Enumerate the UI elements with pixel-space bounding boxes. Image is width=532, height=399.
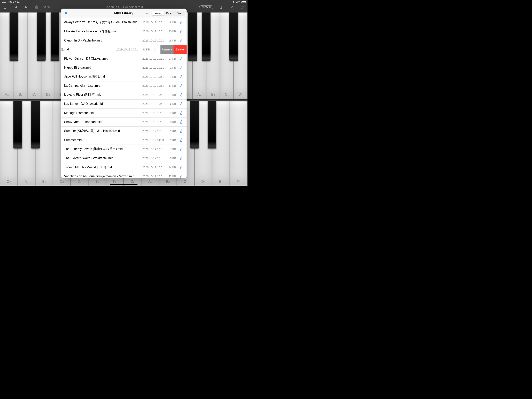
file-date: 2021-10-12 10:51 (142, 93, 164, 97)
share-icon[interactable] (178, 155, 184, 161)
note-label: A1 (5, 93, 9, 97)
white-key[interactable]: B3 (206, 13, 220, 99)
note-label: A3 (148, 180, 152, 184)
metronome-icon[interactable] (219, 5, 224, 10)
share-icon[interactable] (178, 65, 184, 71)
file-date: 2021-10-12 10:51 (142, 57, 164, 60)
share-icon[interactable] (178, 137, 184, 143)
white-key[interactable]: A2 (18, 101, 35, 186)
note-label: E3 (95, 180, 99, 184)
sustain-button[interactable]: SUSTAIN (199, 6, 213, 9)
share-icon[interactable] (178, 174, 184, 178)
file-date: 2021-10-12 10:51 (142, 111, 164, 115)
file-row[interactable]: ptu - Chopin [Op.66].mid2021-10-12 10:51… (61, 45, 187, 54)
file-row[interactable]: Always With You (いつも何度でも) - Joe Hisaishi… (61, 18, 187, 27)
file-row[interactable]: Summer.mid2021-10-12 14:0011 KB (61, 136, 187, 145)
file-row[interactable]: Variations on Ah!Vous-dirai-je,maman - M… (61, 172, 187, 178)
file-row[interactable]: Summer (菊次郎の夏) - Joe Hisaishi.mid2021-10… (61, 127, 187, 136)
record-icon[interactable] (34, 5, 39, 10)
file-name: Luv Letter - DJ Okawari.mid (64, 102, 142, 106)
file-size: 2 KB (166, 66, 176, 69)
status-bar: 2:21 Tue Oct 12 90% (0, 0, 247, 4)
segment-name[interactable]: Name (152, 11, 164, 15)
share-icon[interactable] (178, 28, 184, 34)
prev-track-icon[interactable] (13, 5, 18, 10)
share-icon[interactable] (178, 101, 184, 107)
file-row[interactable]: The Skater's Waltz - Waldtenfel.mid2021-… (61, 154, 187, 163)
white-key[interactable]: C4 (220, 13, 234, 99)
battery-percent: 90% (236, 0, 241, 3)
share-icon[interactable] (178, 38, 184, 44)
share-icon[interactable] (152, 46, 158, 52)
modal-header: MIDI Library Name Date Size (61, 9, 187, 18)
note-label: F4 (237, 180, 240, 184)
file-name: The Butterfly Lovers (梁山伯与祝英台).mid (64, 147, 142, 151)
white-key[interactable]: D4 (195, 101, 212, 186)
note-label: D4 (239, 93, 242, 97)
file-row[interactable]: Flower Dance - DJ Okawari.mid2021-10-12 … (61, 54, 187, 63)
file-row[interactable]: Liuyang River (浏阳河).mid2021-10-12 10:511… (61, 90, 187, 100)
sort-segmented-control[interactable]: Name Date Size (152, 11, 184, 16)
export-icon[interactable] (3, 5, 7, 10)
file-list[interactable]: Always With You (いつも何度でも) - Joe Hisaishi… (61, 18, 187, 178)
help-icon[interactable] (240, 5, 245, 10)
file-row[interactable]: Happy Birthday.mid2021-10-12 10:512 KB (61, 63, 187, 72)
white-key[interactable]: D2 (41, 13, 55, 99)
play-icon[interactable] (24, 5, 28, 10)
rename-button[interactable]: Rename (160, 45, 173, 54)
file-date: 2021-10-12 10:51 (142, 21, 164, 24)
white-key[interactable]: E4 (212, 101, 230, 186)
share-icon[interactable] (178, 83, 184, 89)
segment-size[interactable]: Size (174, 11, 184, 15)
file-date: 2021-10-12 14:00 (142, 139, 164, 142)
segment-date[interactable]: Date (164, 11, 174, 15)
share-icon[interactable] (178, 146, 184, 152)
note-label: G3 (130, 180, 134, 184)
white-key[interactable]: D4 (234, 13, 247, 99)
file-row[interactable]: Snow Dream - Bandari.mid2021-10-12 10:51… (61, 118, 187, 127)
file-date: 2021-10-12 10:51 (142, 157, 164, 160)
share-icon[interactable] (178, 92, 184, 98)
white-key[interactable]: C2 (27, 13, 41, 99)
file-row[interactable]: Luv Letter - DJ Okawari.mid2021-10-12 10… (61, 100, 187, 109)
close-icon[interactable] (63, 11, 69, 16)
file-name: Always With You (いつも何度でも) - Joe Hisaishi… (64, 20, 142, 24)
file-row[interactable]: Jade Full House (玉满堂).mid2021-10-12 10:5… (61, 72, 187, 81)
share-icon[interactable] (178, 74, 184, 80)
settings-icon[interactable] (230, 5, 234, 10)
file-date: 2021-10-12 10:51 (142, 39, 164, 42)
white-key[interactable]: B1 (14, 13, 28, 99)
file-size: 7 KB (166, 75, 176, 78)
note-label: C4 (184, 180, 188, 184)
sort-direction-icon[interactable] (146, 11, 150, 16)
note-label: D2 (46, 93, 50, 97)
white-key[interactable]: G2 (0, 101, 18, 186)
delete-button[interactable]: Delete (173, 45, 187, 54)
share-icon[interactable] (178, 128, 184, 134)
file-row[interactable]: Blue And White Porcelain (青花瓷).mid2021-1… (61, 27, 187, 36)
file-size: 24 KB (166, 166, 176, 169)
white-key[interactable]: B2 (35, 101, 53, 186)
file-name: Happy Birthday.mid (64, 66, 142, 69)
file-row[interactable]: Canon In D - Pachelbel.mid2021-10-12 10:… (61, 36, 187, 45)
white-key[interactable]: A1 (0, 13, 14, 99)
share-icon[interactable] (178, 110, 184, 116)
file-size: 8 KB (166, 120, 176, 123)
share-icon[interactable] (178, 164, 184, 170)
file-date: 2021-10-12 10:51 (142, 129, 164, 133)
share-icon[interactable] (178, 19, 184, 25)
file-name: Variations on Ah!Vous-dirai-je,maman - M… (64, 174, 142, 178)
white-key[interactable]: F4 (230, 101, 247, 186)
file-size: 20 KB (166, 30, 176, 33)
file-row[interactable]: Mariage D'amour.mid2021-10-12 10:5119 KB (61, 109, 187, 118)
share-icon[interactable] (178, 119, 184, 125)
file-row[interactable]: The Butterfly Lovers (梁山伯与祝英台).mid2021-1… (61, 145, 187, 154)
note-label: D4 (201, 180, 205, 184)
file-row[interactable]: Turkish March - Mozart [K331].mid2021-10… (61, 163, 187, 172)
home-indicator[interactable] (110, 184, 138, 185)
file-name: The Skater's Waltz - Waldtenfel.mid (64, 156, 142, 160)
file-row[interactable]: La Campanella - Liszt.mid2021-10-12 10:5… (61, 81, 187, 90)
file-date: 2021-10-12 10:51 (142, 148, 164, 151)
white-key[interactable]: A3 (193, 13, 206, 99)
share-icon[interactable] (178, 56, 184, 62)
